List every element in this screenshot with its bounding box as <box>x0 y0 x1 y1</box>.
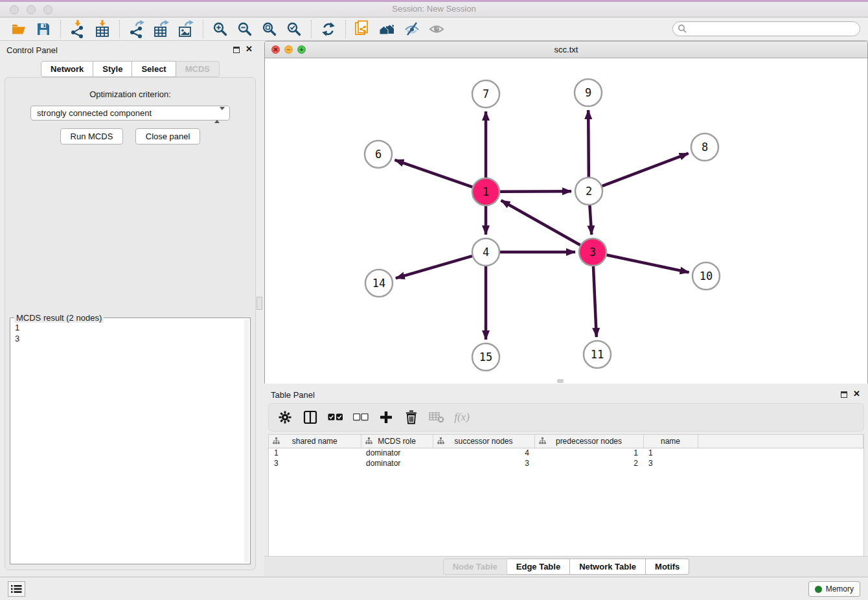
tab-edge-table[interactable]: Edge Table <box>507 559 570 575</box>
network-window-titlebar[interactable]: ✕ − + scc.txt <box>265 41 867 58</box>
mcds-result-line: 3 <box>15 333 250 344</box>
control-panel-tabs: Network Style Select MCDS <box>0 61 260 77</box>
save-session-icon[interactable] <box>34 19 53 39</box>
tab-network[interactable]: Network <box>41 61 93 77</box>
graph-edge-3-1[interactable] <box>501 200 580 245</box>
table-panel-close-icon[interactable]: ✕ <box>853 389 860 398</box>
graph-edges <box>394 110 689 340</box>
open-session-icon[interactable] <box>9 19 29 39</box>
panel-splitter-handle[interactable] <box>257 297 262 310</box>
tab-select[interactable]: Select <box>132 61 176 77</box>
network-window-title: scc.txt <box>265 45 867 54</box>
table-row[interactable]: 1dominator411 <box>269 448 863 458</box>
graph-node-label: 8 <box>702 141 708 154</box>
close-panel-button[interactable]: Close panel <box>135 128 201 144</box>
home-icon[interactable] <box>378 19 397 39</box>
zoom-selected-icon[interactable] <box>284 19 304 39</box>
export-network-icon[interactable] <box>127 19 146 39</box>
zoom-in-icon[interactable] <box>211 19 230 39</box>
column-header-name[interactable]: name <box>643 435 698 448</box>
graph-node-label: 9 <box>585 86 591 99</box>
graph-edge-3-11[interactable] <box>593 266 597 337</box>
column-header-successor-nodes[interactable]: successor nodes <box>433 435 534 448</box>
toolbar-separator <box>311 20 312 38</box>
tab-node-table[interactable]: Node Table <box>443 559 507 575</box>
titlebar-accent-strip <box>0 0 868 2</box>
zoom-fit-icon[interactable] <box>260 19 279 39</box>
graph-edge-4-14[interactable] <box>396 256 472 278</box>
graph-node-label: 11 <box>591 348 604 361</box>
node-table-body: 1dominator4113dominator323 <box>269 448 863 468</box>
table-cell: 2 <box>534 458 643 468</box>
column-header-predecessor-nodes[interactable]: predecessor nodes <box>534 435 643 448</box>
split-table-view-icon[interactable] <box>302 409 319 426</box>
memory-button[interactable]: Memory <box>808 581 860 597</box>
select-all-rows-icon[interactable] <box>327 409 344 426</box>
hierarchy-icon <box>273 437 280 444</box>
search-icon <box>678 24 687 34</box>
control-panel-close-icon[interactable]: ✕ <box>246 44 253 54</box>
graph-edge-3-10[interactable] <box>607 255 689 273</box>
table-cell: 3 <box>433 458 534 468</box>
graph-node-label: 3 <box>589 246 596 259</box>
refresh-icon[interactable] <box>319 19 338 39</box>
add-column-icon[interactable] <box>378 409 394 426</box>
mcds-panel: Optimization criterion: strongly connect… <box>5 77 256 570</box>
table-panel-float-icon[interactable] <box>841 391 847 398</box>
network-scrollbar-handle[interactable] <box>557 379 564 383</box>
hierarchy-icon <box>365 437 372 444</box>
tab-network-table[interactable]: Network Table <box>570 559 646 575</box>
graph-node-label: 10 <box>700 270 713 283</box>
column-header-mcds-role[interactable]: MCDS role <box>361 435 433 448</box>
export-table-icon[interactable] <box>152 19 171 39</box>
table-cell: 1 <box>643 448 698 458</box>
new-network-from-selection-icon[interactable] <box>353 19 372 39</box>
tab-mcds[interactable]: MCDS <box>176 61 220 77</box>
graph-edge-1-2[interactable] <box>500 191 571 192</box>
graph-node-label: 7 <box>483 87 489 100</box>
hierarchy-icon <box>437 437 444 444</box>
table-cell-filler <box>698 448 863 458</box>
dropdown-stepper-icon <box>214 108 225 122</box>
run-mcds-button[interactable]: Run MCDS <box>60 128 124 144</box>
export-image-icon[interactable] <box>176 19 196 39</box>
control-panel: Control Panel ✕ Network Style Select MCD… <box>0 41 260 577</box>
graph-node-label: 15 <box>479 351 492 363</box>
result-scrollbar[interactable] <box>244 319 249 562</box>
table-cell: 1 <box>534 448 643 458</box>
task-history-button[interactable] <box>8 581 25 597</box>
graph-edge-2-3[interactable] <box>589 205 591 235</box>
table-header-row: shared name MCDS role successor nodes pr… <box>269 435 863 448</box>
table-row[interactable]: 3dominator323 <box>269 458 863 468</box>
network-graph: 7968124314101511 <box>265 58 867 384</box>
import-table-icon[interactable] <box>93 19 112 39</box>
memory-label: Memory <box>826 584 854 594</box>
zoom-out-icon[interactable] <box>235 19 255 39</box>
import-network-icon[interactable] <box>68 19 87 39</box>
graph-edge-2-9[interactable] <box>588 110 589 177</box>
graph-edge-2-8[interactable] <box>602 154 689 187</box>
hide-graphics-details-icon[interactable] <box>402 19 422 39</box>
mcds-result-legend: MCDS result (2 nodes) <box>14 313 104 323</box>
table-panel-title: Table Panel <box>271 390 315 400</box>
search-input[interactable] <box>672 21 860 36</box>
optimization-criterion-label: Optimization criterion: <box>5 89 255 99</box>
control-panel-float-icon[interactable] <box>233 47 240 53</box>
network-canvas[interactable]: 7968124314101511 <box>265 58 867 384</box>
table-settings-icon[interactable] <box>277 409 293 426</box>
column-header-filler <box>698 435 863 448</box>
column-header-shared-name[interactable]: shared name <box>269 435 361 448</box>
tab-motifs[interactable]: Motifs <box>646 559 689 575</box>
node-table: shared name MCDS role successor nodes pr… <box>268 434 864 556</box>
table-cell: 3 <box>269 458 361 468</box>
criterion-dropdown[interactable]: strongly connected component <box>30 106 230 121</box>
network-view-window: ✕ − + scc.txt 7968124314101511 <box>264 41 868 384</box>
tab-style[interactable]: Style <box>93 61 132 77</box>
table-panel-header: Table Panel ✕ <box>264 386 868 404</box>
delete-column-icon[interactable] <box>403 409 420 426</box>
graph-edge-1-6[interactable] <box>394 160 472 187</box>
list-icon <box>11 584 22 594</box>
toolbar-separator <box>345 20 346 38</box>
deselect-all-rows-icon[interactable] <box>352 409 369 426</box>
table-toolbar: f(x) <box>268 403 864 432</box>
